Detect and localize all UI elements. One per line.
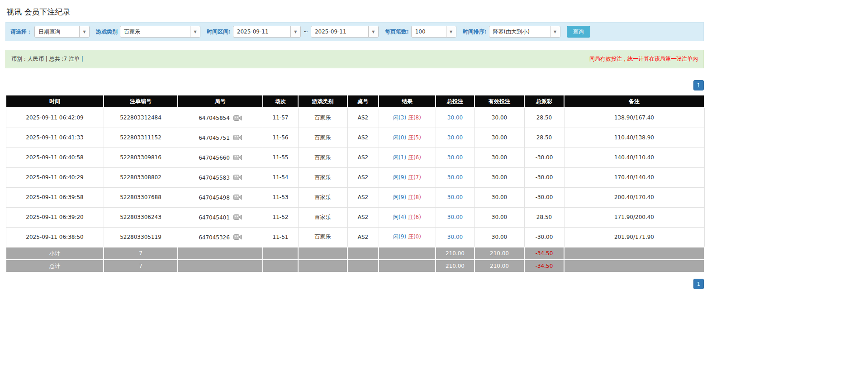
total-bet-link[interactable]: 30.00: [447, 154, 463, 161]
column-header: 注单编号: [104, 95, 178, 108]
result-banker: 庄(6): [408, 214, 421, 220]
note-cell: 171.90/200.40: [564, 207, 704, 227]
search-button[interactable]: 查询: [567, 26, 590, 38]
total-bet-link[interactable]: 30.00: [447, 194, 463, 200]
column-header: 总投注: [436, 95, 474, 108]
chevron-down-icon[interactable]: ▼: [446, 26, 456, 37]
page: 视讯 会员下注纪录 请选择： 日期查询 ▼ 游戏类别 百家乐 ▼ 时间区间: 2…: [5, 0, 704, 307]
total-bet-cell: 30.00: [436, 108, 474, 128]
game-type-cell: 百家乐: [298, 227, 347, 247]
video-replay-icon[interactable]: [233, 174, 242, 181]
query-type-select[interactable]: 日期查询 ▼: [34, 26, 90, 38]
date-separator: ~: [304, 29, 308, 35]
note-cell: 140.40/110.40: [564, 147, 704, 167]
round-id-cell: 647045751: [178, 128, 263, 147]
total-bet-link[interactable]: 30.00: [447, 234, 463, 240]
time-cell: 2025-09-11 06:38:50: [6, 227, 104, 247]
total-bet-cell: 30.00: [436, 128, 474, 147]
date-range-group: 时间区间: 2025-09-11 ▼ ~ 2025-09-11 ▼: [207, 26, 379, 38]
date-to-select[interactable]: 2025-09-11 ▼: [311, 26, 379, 38]
video-replay-icon[interactable]: [233, 115, 242, 121]
summary-cell: 7: [104, 247, 178, 260]
date-from-select[interactable]: 2025-09-11 ▼: [233, 26, 301, 38]
total-bet-link[interactable]: 30.00: [447, 134, 463, 141]
note-cell: 170.40/140.40: [564, 167, 704, 187]
result-banker: 庄(8): [408, 114, 421, 121]
payout-cell: -30.00: [524, 167, 564, 187]
total-bet-link[interactable]: 30.00: [447, 174, 463, 181]
time-cell: 2025-09-11 06:42:09: [6, 108, 104, 128]
sort-value: 降幂(由大到小): [489, 26, 550, 37]
total-bet-cell: 30.00: [436, 167, 474, 187]
bet-id-cell: 522803308802: [104, 167, 178, 187]
time-cell: 2025-09-11 06:39:20: [6, 207, 104, 227]
sort-select[interactable]: 降幂(由大到小) ▼: [489, 26, 560, 38]
query-type-label: 请选择：: [10, 28, 32, 36]
chevron-down-icon[interactable]: ▼: [190, 26, 200, 37]
summary-cell: [178, 260, 263, 272]
total-bet-link[interactable]: 30.00: [447, 214, 463, 220]
bet-id-cell: 522803312484: [104, 108, 178, 128]
total-bet-cell: 30.00: [436, 207, 474, 227]
subtotal-row: 小计7210.00210.00-34.50: [6, 247, 704, 260]
page-size-group: 每页笔数: 100 ▼: [385, 26, 456, 38]
video-replay-icon[interactable]: [233, 194, 242, 200]
page-button-1[interactable]: 1: [693, 279, 704, 289]
note-cell: 201.90/171.90: [564, 227, 704, 247]
session-cell: 11-56: [263, 128, 298, 147]
video-replay-icon[interactable]: [233, 234, 242, 240]
table-row: 2025-09-11 06:41:33522803311152647045751…: [6, 128, 704, 147]
table-header-row: 时间注单编号局号场次游戏类别桌号结果总投注有效投注总派彩备注: [6, 95, 704, 108]
column-header: 有效投注: [474, 95, 524, 108]
chevron-down-icon[interactable]: ▼: [368, 26, 378, 37]
video-replay-icon[interactable]: [233, 214, 242, 220]
page-button-1[interactable]: 1: [693, 80, 704, 90]
time-cell: 2025-09-11 06:40:29: [6, 167, 104, 187]
chevron-down-icon[interactable]: ▼: [550, 26, 560, 37]
table-no-cell: AS2: [347, 187, 379, 207]
summary-cell: 小计: [6, 247, 104, 260]
valid-bet-cell: 30.00: [474, 227, 524, 247]
page-size-select[interactable]: 100 ▼: [411, 26, 456, 38]
page-title: 视讯 会员下注纪录: [5, 0, 704, 22]
chevron-down-icon[interactable]: ▼: [290, 26, 300, 37]
table-no-cell: AS2: [347, 227, 379, 247]
page-size-label: 每页笔数:: [385, 28, 409, 36]
sort-label: 时间排序:: [463, 28, 487, 36]
summary-cell: -34.50: [524, 260, 564, 272]
result-banker: 庄(8): [408, 194, 421, 200]
session-cell: 11-57: [263, 108, 298, 128]
query-type-group: 请选择： 日期查询 ▼: [10, 26, 90, 38]
summary-cell: [263, 260, 298, 272]
summary-cell: [564, 260, 704, 272]
game-type-label: 游戏类别: [96, 28, 118, 36]
summary-cell: [347, 247, 379, 260]
total-bet-cell: 30.00: [436, 227, 474, 247]
date-from-value: 2025-09-11: [233, 26, 290, 37]
video-replay-icon[interactable]: [233, 154, 242, 161]
total-bet-link[interactable]: 30.00: [447, 114, 463, 121]
chevron-down-icon[interactable]: ▼: [79, 26, 89, 37]
summary-cell: [564, 247, 704, 260]
video-replay-icon[interactable]: [233, 134, 242, 141]
session-cell: 11-51: [263, 227, 298, 247]
bet-records-table: 时间注单编号局号场次游戏类别桌号结果总投注有效投注总派彩备注 2025-09-1…: [5, 95, 705, 273]
game-type-value: 百家乐: [120, 26, 190, 37]
pagination-top: 1: [5, 80, 704, 90]
result-cell: 闲(3) 庄(8): [379, 108, 436, 128]
summary-cell: 总计: [6, 260, 104, 272]
result-cell: 闲(0) 庄(5): [379, 128, 436, 147]
summary-cell: 210.00: [436, 247, 474, 260]
bet-id-cell: 522803309816: [104, 147, 178, 167]
result-player: 闲(9): [393, 194, 406, 200]
column-header: 桌号: [347, 95, 379, 108]
table-row: 2025-09-11 06:40:29522803308802647045583…: [6, 167, 704, 187]
round-id-value: 647045854: [199, 115, 230, 121]
game-type-select[interactable]: 百家乐 ▼: [120, 26, 200, 38]
payout-cell: 28.50: [524, 108, 564, 128]
game-type-cell: 百家乐: [298, 187, 347, 207]
result-cell: 闲(9) 庄(8): [379, 187, 436, 207]
pagination-bottom: 1: [5, 279, 704, 289]
summary-cell: [298, 260, 347, 272]
bet-id-cell: 522803305119: [104, 227, 178, 247]
